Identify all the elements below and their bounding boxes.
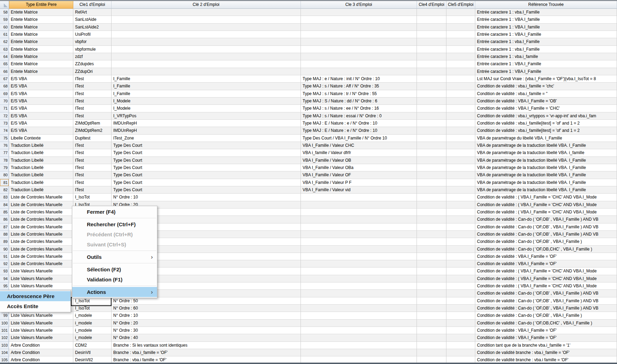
cell-c1[interactable]: UsiProfil (73, 31, 112, 38)
cell-c2[interactable]: N° Ordre : 30 (112, 327, 301, 334)
cell-c2[interactable] (112, 16, 301, 23)
cell-c3[interactable]: VBA i_famille / Valeur dfrfr (301, 149, 417, 156)
cell-c2[interactable]: Type Des Court (112, 179, 301, 186)
cell-c1[interactable]: DesinVtl (73, 349, 112, 356)
cell-type[interactable]: E/S VBA (9, 98, 73, 105)
cell-c1[interactable]: ITest (73, 157, 112, 164)
cell-c3[interactable] (301, 60, 417, 68)
cell-c4[interactable] (417, 60, 446, 68)
cell-type[interactable]: Liste de Controles Manuelle (9, 194, 73, 201)
cell-c4[interactable] (417, 127, 446, 134)
cell-c5[interactable] (446, 9, 475, 16)
cell-c1[interactable]: ZZdupdes (73, 60, 112, 68)
cell-c3[interactable]: Type MAJ : e / Nature : init / N° Ordre … (301, 75, 417, 83)
cell-c4[interactable] (417, 275, 446, 282)
cell-c5[interactable] (446, 238, 475, 245)
row-number-cell[interactable]: 68 (0, 83, 9, 90)
cell-type[interactable]: Entete Matrice (9, 68, 73, 75)
cell-c3[interactable]: Type MAJ : s / Nature : essai / N° Ordre… (301, 112, 417, 120)
cell-type[interactable]: Traduction Libellé (9, 164, 73, 171)
row-number-cell[interactable]: 70 (0, 98, 9, 105)
cell-ref[interactable]: VBA de paramétrage de la traduction libe… (475, 142, 617, 149)
cell-ref[interactable]: VBA de paramétrage de la traduction libe… (475, 171, 617, 179)
cell-c4[interactable] (417, 246, 446, 253)
row-number-cell[interactable]: 85 (0, 209, 9, 216)
cell-c3[interactable]: VBA I_Famille / Valeur vid (301, 186, 417, 194)
cell-c3[interactable] (301, 253, 417, 260)
cell-c5[interactable] (446, 290, 475, 297)
row-number-cell[interactable]: 65 (0, 60, 9, 68)
cell-ref[interactable]: Entrée caractere 1 : vba.I_Famille (475, 38, 617, 45)
cell-c4[interactable] (417, 253, 446, 260)
cell-c4[interactable] (417, 223, 446, 231)
column-header-Type Entite Pere[interactable]: Type Entite Pere (9, 1, 73, 9)
cell-c4[interactable] (417, 282, 446, 290)
cell-c2[interactable] (112, 60, 301, 68)
cell-c5[interactable] (446, 112, 475, 120)
cell-type[interactable]: Entete Matrice (9, 9, 73, 16)
cell-c2[interactable]: I_Famille (112, 75, 301, 83)
cell-ref[interactable]: Condition de validité : VBA.I_Famille = … (475, 105, 617, 112)
cell-type[interactable]: Liste de Controles Manuelle (9, 253, 73, 260)
cell-ref[interactable]: VBA de paramétrage de la traduction libe… (475, 157, 617, 164)
submenu-item-Accès Entite[interactable]: Accès Entite (0, 301, 71, 311)
cell-c3[interactable]: Type MAJ : E / Nature : e / N° Ordre : 1… (301, 120, 417, 127)
cell-c5[interactable] (446, 349, 475, 356)
cell-c4[interactable] (417, 75, 446, 83)
row-number-cell[interactable]: 63 (0, 46, 9, 53)
cell-type[interactable]: E/S VBA (9, 112, 73, 120)
row-number-cell[interactable]: 60 (0, 24, 9, 31)
cell-c4[interactable] (417, 46, 446, 53)
cell-type[interactable]: Traduction Libellé (9, 186, 73, 194)
cell-ref[interactable]: Condition de validité : vba.i_famille[it… (475, 127, 617, 134)
cell-c3[interactable] (301, 68, 417, 75)
row-number-cell[interactable]: 88 (0, 231, 9, 238)
cell-ref[interactable]: Condition de validité : Can-do ( 'OF,OB'… (475, 305, 617, 312)
cell-ref[interactable]: Condition de validité : vba.i_famille[it… (475, 120, 617, 127)
cell-c3[interactable] (301, 290, 417, 297)
cell-c3[interactable]: Type MAJ : s / Nature : Aff / N° Ordre :… (301, 83, 417, 90)
cell-c4[interactable] (417, 260, 446, 268)
cell-type[interactable]: E/S VBA (9, 75, 73, 83)
cell-c5[interactable] (446, 312, 475, 319)
cell-ref[interactable]: Entrée caractere 1 : vba.I_Famille (475, 46, 617, 53)
cell-c3[interactable] (301, 9, 417, 16)
cell-c1[interactable]: SanLstAide2 (73, 24, 112, 31)
cell-c5[interactable] (446, 320, 475, 327)
cell-c3[interactable]: Type MAJ : E / Nature : e / N° Ordre : 1… (301, 127, 417, 134)
cell-c1[interactable]: ZIMdOptRem2 (73, 127, 112, 134)
cell-ref[interactable]: VBA de paramétrage de la traduction libe… (475, 179, 617, 186)
cell-c2[interactable]: Branche : Si les vantaux sont identiques (112, 342, 301, 349)
cell-c5[interactable] (446, 260, 475, 268)
cell-c3[interactable] (301, 282, 417, 290)
cell-c4[interactable] (417, 334, 446, 341)
cell-c5[interactable] (446, 275, 475, 282)
select-all-header[interactable] (0, 1, 9, 9)
cell-c2[interactable]: I_Modele (112, 98, 301, 105)
cell-c5[interactable] (446, 164, 475, 171)
cell-c5[interactable] (446, 90, 475, 98)
cell-c2[interactable]: I_Modele (112, 105, 301, 112)
cell-ref[interactable]: Condition de validité : ( VBA.I_Famille … (475, 201, 617, 209)
cell-ref[interactable]: Condition de validité : ( VBA.I_Famille … (475, 209, 617, 216)
row-number-cell[interactable]: 81 (0, 179, 9, 186)
cell-type[interactable]: Liste de Controles Manuelle (9, 231, 73, 238)
cell-ref[interactable]: Condition de validité : Can-do ( 'OF,OB'… (475, 223, 617, 231)
cell-c4[interactable] (417, 9, 446, 16)
menu-item-Rechercher (Ctrl+F)[interactable]: Rechercher (Ctrl+F) (72, 219, 157, 229)
cell-c2[interactable]: N° Ordre : 20 (112, 320, 301, 327)
cell-type[interactable]: Liste Valeurs Manuelle (9, 275, 73, 282)
cell-ref[interactable]: Condition de validité : ( VBA.I_Famille … (475, 282, 617, 290)
cell-c4[interactable] (417, 305, 446, 312)
cell-c5[interactable] (446, 297, 475, 305)
cell-c5[interactable] (446, 334, 475, 341)
cell-c1[interactable]: ITest (73, 179, 112, 186)
cell-c3[interactable] (301, 216, 417, 223)
cell-ref[interactable]: Condition de validité : ( VBA.I_Famille … (475, 268, 617, 275)
cell-c1[interactable]: i_modele (73, 320, 112, 327)
cell-c1[interactable]: vbpfor (73, 38, 112, 45)
row-number-cell[interactable]: 101 (0, 327, 9, 334)
cell-type[interactable]: Liste de Controles Manuelle (9, 209, 73, 216)
cell-c4[interactable] (417, 112, 446, 120)
cell-c3[interactable] (301, 231, 417, 238)
